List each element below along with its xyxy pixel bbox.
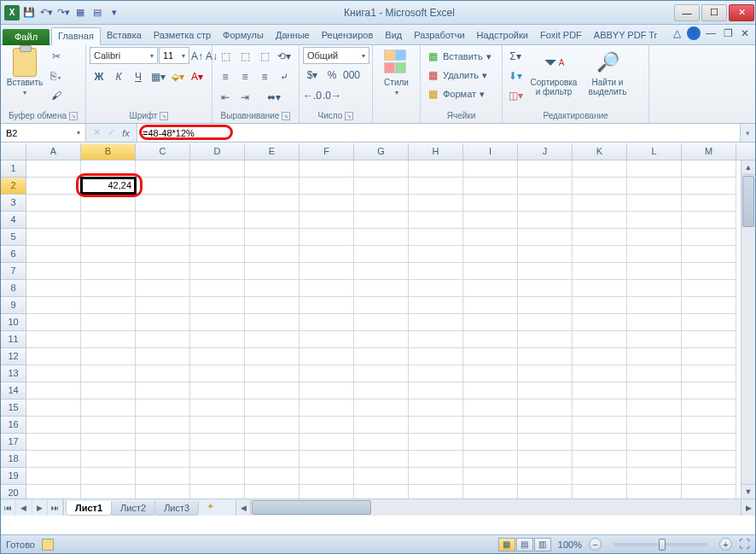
cell-K2[interactable] bbox=[573, 178, 627, 195]
cell-E17[interactable] bbox=[245, 434, 299, 451]
cell-F2[interactable] bbox=[299, 178, 354, 195]
next-sheet-button[interactable]: ▶ bbox=[32, 499, 48, 516]
enter-formula-icon[interactable]: ✓ bbox=[108, 127, 115, 138]
grow-font-button[interactable]: A↑ bbox=[190, 47, 204, 66]
cell-G14[interactable] bbox=[354, 382, 409, 399]
cell-K12[interactable] bbox=[573, 348, 627, 365]
cell-F7[interactable] bbox=[299, 263, 354, 280]
cell-E12[interactable] bbox=[245, 348, 299, 365]
cell-J6[interactable] bbox=[518, 246, 573, 263]
cell-M3[interactable] bbox=[682, 195, 736, 212]
cell-B4[interactable] bbox=[81, 212, 136, 229]
last-sheet-button[interactable]: ⏭ bbox=[48, 499, 63, 516]
cell-G12[interactable] bbox=[354, 348, 409, 365]
cell-D18[interactable] bbox=[190, 451, 245, 468]
name-box[interactable]: B2▾ bbox=[1, 124, 86, 142]
cell-F6[interactable] bbox=[299, 246, 354, 263]
cell-M18[interactable] bbox=[682, 451, 736, 468]
decrease-indent-button[interactable]: ⇤ bbox=[216, 88, 235, 107]
cell-A2[interactable] bbox=[26, 178, 81, 195]
align-right-button[interactable]: ≡ bbox=[255, 67, 274, 86]
cell-K18[interactable] bbox=[573, 451, 627, 468]
cell-E7[interactable] bbox=[245, 263, 299, 280]
cell-K7[interactable] bbox=[573, 263, 627, 280]
cell-D19[interactable] bbox=[190, 468, 245, 485]
find-select-button[interactable]: 🔎 Найти и выделить bbox=[583, 47, 632, 98]
cell-M10[interactable] bbox=[682, 314, 736, 331]
cell-H6[interactable] bbox=[409, 246, 463, 263]
horizontal-scrollbar[interactable]: ◀ ▶ bbox=[236, 499, 755, 516]
cell-I2[interactable] bbox=[463, 178, 518, 195]
cell-D6[interactable] bbox=[190, 246, 245, 263]
select-all-corner[interactable] bbox=[1, 143, 26, 160]
cell-L18[interactable] bbox=[627, 451, 682, 468]
cell-E15[interactable] bbox=[245, 399, 299, 417]
cell-M17[interactable] bbox=[682, 434, 736, 451]
cell-G20[interactable] bbox=[354, 485, 409, 499]
cell-H8[interactable] bbox=[409, 280, 463, 297]
copy-button[interactable]: ⎘▾ bbox=[47, 67, 66, 85]
column-header-D[interactable]: D bbox=[190, 143, 245, 160]
cell-I5[interactable] bbox=[463, 229, 518, 246]
cell-G6[interactable] bbox=[354, 246, 409, 263]
cell-K11[interactable] bbox=[573, 331, 627, 348]
cell-C13[interactable] bbox=[136, 365, 190, 382]
cell-D3[interactable] bbox=[190, 195, 245, 212]
cell-L3[interactable] bbox=[627, 195, 682, 212]
cell-E20[interactable] bbox=[245, 485, 299, 499]
cell-K6[interactable] bbox=[573, 246, 627, 263]
page-break-view-button[interactable]: ▥ bbox=[534, 538, 551, 551]
cell-J14[interactable] bbox=[518, 382, 573, 399]
cell-L8[interactable] bbox=[627, 280, 682, 297]
row-header-2[interactable]: 2 bbox=[1, 178, 26, 195]
qat-icon-1[interactable]: ▦ bbox=[73, 5, 88, 20]
cell-M8[interactable] bbox=[682, 280, 736, 297]
cell-K14[interactable] bbox=[573, 382, 627, 399]
cell-I12[interactable] bbox=[463, 348, 518, 365]
cell-D17[interactable] bbox=[190, 434, 245, 451]
cell-C1[interactable] bbox=[136, 160, 190, 178]
cell-D14[interactable] bbox=[190, 382, 245, 399]
cell-B17[interactable] bbox=[81, 434, 136, 451]
new-sheet-button[interactable]: ✦ bbox=[201, 499, 218, 513]
cell-A15[interactable] bbox=[26, 399, 81, 417]
percent-format-button[interactable]: % bbox=[323, 66, 341, 85]
sort-filter-button[interactable]: ⏷A Сортировка и фильтр bbox=[526, 47, 581, 98]
cell-G4[interactable] bbox=[354, 212, 409, 229]
insert-cells-button[interactable]: ▦Вставить▾ bbox=[424, 47, 493, 66]
cell-M6[interactable] bbox=[682, 246, 736, 263]
delete-cells-button[interactable]: ▦Удалить▾ bbox=[424, 66, 489, 85]
row-header-8[interactable]: 8 bbox=[1, 280, 26, 297]
cell-B15[interactable] bbox=[81, 399, 136, 417]
cell-D8[interactable] bbox=[190, 280, 245, 297]
cell-J19[interactable] bbox=[518, 468, 573, 485]
accounting-format-button[interactable]: $▾ bbox=[303, 66, 322, 85]
cell-D15[interactable] bbox=[190, 399, 245, 417]
cell-E19[interactable] bbox=[245, 468, 299, 485]
cell-C8[interactable] bbox=[136, 280, 190, 297]
cell-D11[interactable] bbox=[190, 331, 245, 348]
zoom-slider[interactable] bbox=[614, 543, 707, 546]
page-layout-view-button[interactable]: ▤ bbox=[516, 538, 533, 551]
tab-рецензиров[interactable]: Рецензиров bbox=[316, 27, 380, 44]
number-dialog-launcher[interactable]: ↘ bbox=[345, 112, 353, 120]
cell-A16[interactable] bbox=[26, 417, 81, 434]
cell-K16[interactable] bbox=[573, 417, 627, 434]
cell-A6[interactable] bbox=[26, 246, 81, 263]
cell-E8[interactable] bbox=[245, 280, 299, 297]
cell-F13[interactable] bbox=[299, 365, 354, 382]
cell-F15[interactable] bbox=[299, 399, 354, 417]
cell-A5[interactable] bbox=[26, 229, 81, 246]
cell-G17[interactable] bbox=[354, 434, 409, 451]
cell-I3[interactable] bbox=[463, 195, 518, 212]
cell-I14[interactable] bbox=[463, 382, 518, 399]
increase-indent-button[interactable]: ⇥ bbox=[236, 88, 254, 107]
cell-L13[interactable] bbox=[627, 365, 682, 382]
cell-B3[interactable] bbox=[81, 195, 136, 212]
cell-A3[interactable] bbox=[26, 195, 81, 212]
cell-J2[interactable] bbox=[518, 178, 573, 195]
cell-H1[interactable] bbox=[409, 160, 463, 178]
cell-L10[interactable] bbox=[627, 314, 682, 331]
row-header-17[interactable]: 17 bbox=[1, 434, 26, 451]
cell-A19[interactable] bbox=[26, 468, 81, 485]
